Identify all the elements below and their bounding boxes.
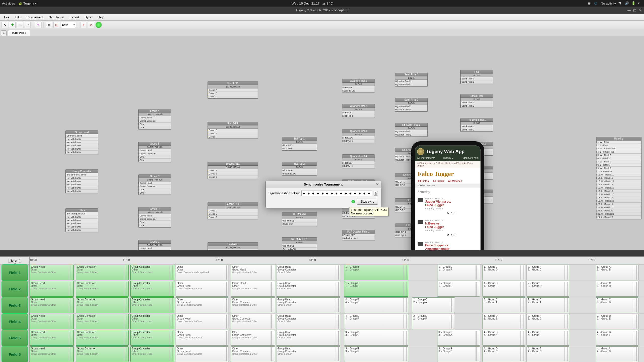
discord-icon[interactable]: ◉ [588, 1, 592, 5]
schedule-slot[interactable]: Group Head Other Group Contester & Other [30, 346, 74, 362]
tool-grid-icon[interactable]: ▦ [46, 22, 52, 28]
ranking-panel[interactable]: Ranking 1. W - Final2. L - Final3. W - S… [596, 137, 641, 219]
bracket-node[interactable]: Rel Top 2Bo345First DEFSecond ABC [282, 162, 317, 176]
schedule-slot[interactable]: Group Head Other Group Contester & Other [30, 297, 74, 313]
schedule-slot[interactable]: 4. - Group B 4. - Group E [596, 330, 638, 346]
schedule-slot[interactable]: 3. - Group C 3. - Group B [596, 297, 638, 313]
schedule-slot[interactable]: Other Group Contester Group Contester & … [231, 314, 275, 329]
match-card[interactable]: Low 1:2 · Match 6 Falco Jugger vs. Amazo… [415, 239, 480, 250]
schedule-slot[interactable]: Group Head Other Group Contester & Other [30, 314, 74, 329]
tool-validate-icon[interactable]: ✔ [80, 22, 87, 28]
schedule-slot[interactable]: Group Head Group Contester Other & Other [276, 265, 340, 280]
schedule-slot[interactable]: 1. - Group E 1. - Group F [344, 281, 408, 297]
bracket-node[interactable]: Group EBo345, RR-h2hGroup HeadGroup Cont… [138, 240, 171, 250]
menu-edit[interactable]: Edit [12, 15, 23, 20]
schedule-slot[interactable]: 2. - Group C 2. - Group A [412, 297, 455, 313]
bracket-node[interactable]: Group CBo345, RR-h2hGroup HeadGroup Cont… [138, 174, 171, 195]
bracket-node[interactable]: Semi-Final 1Bo345Quarter-Final 1Quarter-… [395, 73, 428, 86]
bracket-node[interactable]: Quarter-Final 1Bo345First ABCSecond DEF [342, 79, 375, 93]
schedule-slot[interactable]: 2. - Group C 2. - Group A [527, 297, 569, 313]
schedule-slot[interactable]: 4. - Group E 4. - Group F [344, 314, 408, 329]
filter-tab[interactable]: All Matches [448, 180, 462, 183]
field-label[interactable]: Field 6 [2, 346, 28, 362]
field-label[interactable]: Field 4 [2, 313, 28, 330]
maximize-button[interactable]: ▢ [633, 9, 636, 12]
bracket-node[interactable]: Group BBo345, RR-h2hGroup HeadGroup Cont… [138, 142, 171, 162]
schedule-slot[interactable]: 4. - Group D 4. - Group C [482, 346, 525, 362]
schedule-slot[interactable]: 4. - Group E 4. - Group F [527, 330, 569, 346]
bracket-node[interactable]: Semi-Final 2Bo345Quarter-Final 3Quarter-… [395, 98, 428, 112]
close-button[interactable]: ✕ [638, 9, 642, 12]
app-menu[interactable]: 🐢 Tugeny ▾ [18, 2, 37, 5]
menu-simulation[interactable]: Simulation [46, 15, 67, 20]
schedule-slot[interactable]: 3. - Group E 3. - Group D [437, 346, 480, 362]
schedule-slot[interactable]: Group Head Group Contester Other & Other [276, 297, 340, 313]
match-card[interactable]: Low 1:2 · Match 4 N.Bees vs. Falco Jugge… [415, 217, 480, 239]
schedule-slot[interactable]: Other Group Head Group Contester & Other [176, 346, 228, 362]
bracket-node[interactable]: R17 Quarter-Final 1Fourth DEFRel Mid-Low… [342, 230, 375, 240]
schedule-slot[interactable]: Group Head Group Contester Other & Other [276, 330, 340, 346]
breadcrumb[interactable]: All Tournaments > 5. Berlin Masters (All… [415, 161, 480, 168]
bracket-node[interactable]: Group ABo345, RR-h2hGroup HeadGroup Cont… [138, 109, 171, 129]
field-label[interactable]: Field 2 [2, 281, 28, 297]
filter-tab[interactable]: All Fields [433, 180, 444, 183]
schedule-slot[interactable]: 2. - Group A 2. - Group C [527, 314, 569, 329]
menu-sync[interactable]: Sync [82, 15, 94, 20]
schedule-lane[interactable]: Group Head Other Group Contester & Other… [30, 330, 644, 346]
schedule-slot[interactable]: 3. - Group E 3. - Group F [344, 346, 408, 362]
schedule-slot[interactable]: Other Group Head Group Contester & Other [176, 314, 228, 329]
schedule-slot[interactable]: Group Contester Other Other & Group Head [130, 330, 174, 346]
schedule-slot[interactable]: 3. - Group C 3. - Group A [482, 297, 525, 313]
schedule-slot[interactable]: Other Group Head Group Contester & Other [176, 330, 228, 346]
bracket-node[interactable]: R5 Semi-Final 1Bo345Quarter-Final 1Quart… [395, 123, 428, 137]
schedule-slot[interactable]: Other Other Group Contester & Group Head [176, 265, 228, 280]
schedule-slot[interactable]: 2. - Group D 2. - Group E [596, 314, 638, 329]
tool-link-icon[interactable]: ↔ [17, 22, 23, 28]
schedule-slot[interactable]: 1. - Group D 1. - Group F [482, 281, 525, 297]
stop-sync-button[interactable]: Stop sync [357, 199, 378, 205]
bracket-node[interactable]: Quarter-Final 4Bo345First DEFRel Top 1 [342, 154, 375, 168]
match-card[interactable]: Low 1:2 · Match 1 Jugger Vienna vs. Falc… [415, 195, 480, 217]
tool-forbid-icon[interactable]: ⊘ [88, 22, 94, 28]
network-icon[interactable]: ◥ [618, 1, 622, 5]
menu-file[interactable]: File [2, 15, 12, 20]
schedule-slot[interactable]: Group Head Other Group Contester & Other [231, 281, 275, 297]
schedule-slot[interactable]: 3. - Group C 3. - Group D [596, 281, 638, 297]
add-tab-button[interactable]: + [1, 30, 7, 36]
menu-help[interactable]: Help [95, 15, 107, 20]
schedule-slot[interactable]: Group Contester Other Group Head & Other [76, 314, 129, 329]
zoom-select[interactable]: 66% [61, 22, 76, 28]
node-other[interactable]: Other 3rd strongest seed Not yet drawn N… [65, 208, 98, 232]
schedule-slot[interactable]: 1. - Group F 1. - Group E [437, 281, 480, 297]
bracket-node[interactable]: Quarter-Final 2Bo345First DEFRel Top 2 [342, 104, 375, 118]
tool-cursor-icon[interactable]: ↖ [2, 22, 8, 28]
schedule-slot[interactable]: Other Group Head Group Contester & Other [176, 281, 228, 297]
schedule-lane[interactable]: Group Head Other Group Contester & Other… [30, 346, 644, 362]
schedule-slot[interactable]: Other Group Head Group Contester & Other [231, 265, 275, 280]
schedule-slot[interactable]: 4. - Group D 4. - Group A [482, 330, 525, 346]
battery-icon[interactable]: 🔋 [631, 1, 635, 5]
dialog-close-button[interactable]: ✕ [376, 182, 379, 186]
bracket-node[interactable]: Small FinalBo345Semi-Final 1Semi-Final 2 [460, 94, 493, 108]
schedule-slot[interactable]: Group Head Other Group Contester & Other [30, 265, 74, 280]
bracket-node[interactable]: Group DBo345, RR-h2hGroup HeadGroup Cont… [138, 207, 171, 228]
schedule-slot[interactable]: 4. - Group A 4. - Group B [596, 346, 638, 362]
bracket-node[interactable]: Rel Mid-Low 1Bo345Rel Mid-UpSecond ABC [282, 237, 317, 250]
schedule-slot[interactable]: 3. - Group D 3. - Group E [482, 314, 525, 329]
schedule-lane[interactable]: Group Head Other Group Contester & Other… [30, 281, 644, 297]
volume-icon[interactable]: 🔊 [625, 1, 629, 5]
schedule-slot[interactable]: Group Head Group Contester Other & Other [276, 346, 340, 362]
schedule-slot[interactable]: Other Group Head Group Contester & Other [176, 297, 228, 313]
minimize-button[interactable]: — [627, 9, 631, 12]
tool-connect-icon[interactable]: ⇢ [24, 22, 31, 28]
tool-add-icon[interactable]: ✚ [9, 22, 16, 28]
webapp-tab[interactable]: Organizer Login [461, 157, 478, 159]
bracket-node[interactable]: Rel Top 1Bo345First ABCFirst DEF [282, 137, 317, 151]
telegram-icon[interactable]: ◎ [594, 1, 598, 5]
schedule-slot[interactable]: 2. - Group E 2. - Group D [527, 281, 569, 297]
schedule-slot[interactable]: Other Group Contester Group Contester & … [231, 330, 275, 346]
bracket-node[interactable]: First ABCBo345, RR-altGroup AGroup BGrou… [208, 81, 258, 99]
schedule-slot[interactable]: Group Contester Other Group Head & Other [76, 330, 129, 346]
webapp-tab[interactable]: Tugeny ▾ [443, 157, 453, 159]
activities-button[interactable]: Activities [2, 2, 15, 5]
